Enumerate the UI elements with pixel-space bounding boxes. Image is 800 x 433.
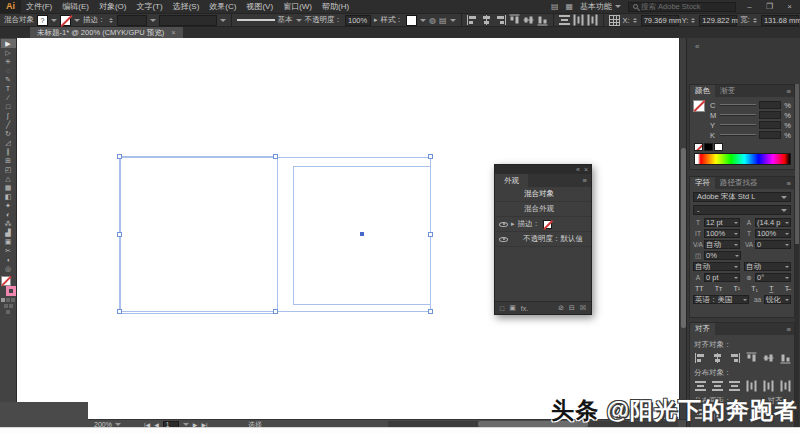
arrange-documents-icon[interactable]: ▤: [551, 2, 559, 11]
add-stroke-icon[interactable]: □: [500, 305, 504, 312]
width-stepper[interactable]: [753, 16, 758, 25]
distribute-left-icon[interactable]: [747, 381, 757, 392]
gradient-button[interactable]: [6, 298, 10, 302]
align-left-icon[interactable]: [467, 15, 478, 25]
menu-item[interactable]: 视图(V): [241, 0, 278, 13]
tab-appearance[interactable]: 外观: [495, 174, 528, 187]
vertical-scale-field[interactable]: IT100%: [693, 229, 740, 238]
small-caps-button[interactable]: Tт: [715, 285, 722, 292]
tool-icon[interactable]: ▶: [1, 39, 16, 48]
selection-handle[interactable]: [273, 154, 278, 159]
tab-pathfinder[interactable]: 路径查找器: [715, 177, 763, 189]
menu-item[interactable]: 选择(S): [168, 0, 205, 13]
opacity-field[interactable]: 100%: [345, 15, 371, 26]
baseline-shift-field[interactable]: A0 pt: [693, 273, 740, 282]
channel-value-field[interactable]: [759, 121, 781, 129]
menu-item[interactable]: 文字(T): [131, 0, 167, 13]
tab-align[interactable]: 对齐: [690, 323, 715, 335]
draw-normal-button[interactable]: [4, 304, 8, 308]
white-swatch[interactable]: [714, 143, 723, 151]
fill-swatch[interactable]: ?: [37, 15, 48, 26]
tool-icon[interactable]: ◌: [1, 66, 16, 75]
appearance-row-mixed[interactable]: 混合外观: [495, 202, 591, 217]
appearance-row-object[interactable]: 混合对象: [495, 187, 591, 202]
panel-drag-bar[interactable]: « ×: [495, 165, 591, 174]
panel-menu-icon[interactable]: ≡: [583, 176, 591, 185]
tool-icon[interactable]: ✎: [1, 75, 16, 84]
tool-icon[interactable]: ◧: [1, 192, 16, 201]
channel-slider[interactable]: [720, 134, 756, 136]
width-field[interactable]: 131.68 mm: [761, 15, 799, 26]
chevron-down-icon[interactable]: [450, 19, 456, 25]
all-caps-button[interactable]: TT: [695, 285, 704, 292]
add-effect-icon[interactable]: fx.: [521, 305, 528, 312]
tool-icon[interactable]: ⊞: [1, 156, 16, 165]
align-left-icon[interactable]: [695, 353, 706, 363]
align-center-icon[interactable]: [712, 353, 723, 363]
kerning-field[interactable]: V∕A自动: [693, 240, 740, 249]
clear-appearance-icon[interactable]: ⊘: [558, 304, 564, 312]
tool-icon[interactable]: ↻: [1, 129, 16, 138]
selection-handle[interactable]: [117, 154, 122, 159]
tool-icon[interactable]: ⁂: [1, 219, 16, 228]
menu-item[interactable]: 帮助(H): [317, 0, 354, 13]
fill-proxy-swatch[interactable]: [693, 100, 705, 112]
horizontal-scale-field[interactable]: T100%: [744, 229, 791, 238]
stroke-weight-field[interactable]: [117, 15, 147, 26]
tool-icon[interactable]: ▟: [1, 228, 16, 237]
recolor-artwork-icon[interactable]: ◍: [429, 16, 436, 25]
align-center-icon[interactable]: [481, 15, 492, 25]
character-rotation-field[interactable]: ⊕0°: [744, 273, 791, 282]
chevron-down-icon[interactable]: [420, 19, 426, 25]
align-right-icon[interactable]: [495, 15, 506, 25]
panel-close-icon[interactable]: ×: [584, 166, 588, 173]
tool-icon[interactable]: ∕: [1, 93, 16, 102]
tool-icon[interactable]: ✳: [1, 57, 16, 66]
tool-icon[interactable]: ╱: [1, 120, 16, 129]
stroke-weight-stepper[interactable]: [109, 16, 114, 25]
distribute-hcenter-icon[interactable]: [764, 381, 774, 392]
language-dropdown[interactable]: 英语：美国: [693, 295, 749, 304]
draw-behind-button[interactable]: [9, 304, 13, 308]
visibility-eye-icon[interactable]: [499, 237, 508, 242]
stroke-none-swatch[interactable]: [543, 220, 552, 229]
tool-icon[interactable]: ◿: [1, 138, 16, 147]
selection-handle[interactable]: [428, 309, 433, 314]
collapse-icon[interactable]: «: [576, 166, 580, 173]
aki-field[interactable]: ◫0%: [693, 251, 741, 260]
expand-arrow-icon[interactable]: ▸: [511, 220, 515, 228]
menu-item[interactable]: 文件(F): [21, 0, 57, 13]
opacity-panel-arrow[interactable]: ▸: [374, 16, 378, 24]
appearance-row-stroke[interactable]: ▸ 描边：: [495, 217, 591, 232]
x-field[interactable]: 79.369 mm: [641, 15, 679, 26]
stock-search-box[interactable]: 搜索 Adobe Stock: [628, 2, 736, 12]
tool-icon[interactable]: ∥: [1, 147, 16, 156]
duplicate-item-icon[interactable]: ⊟: [569, 304, 575, 312]
superscript-button[interactable]: T¹: [733, 285, 740, 292]
font-size-field[interactable]: T12 pt: [693, 218, 740, 227]
tool-icon[interactable]: ✂: [1, 246, 16, 255]
y-field[interactable]: 129.822 m: [699, 15, 737, 26]
tool-icon[interactable]: ▷: [1, 48, 16, 57]
panel-menu-icon[interactable]: ≡: [787, 87, 794, 96]
panel-menu-icon[interactable]: ≡: [787, 179, 794, 188]
transform-reference-icon[interactable]: [609, 15, 620, 26]
workspace-switcher[interactable]: 基本功能: [580, 1, 621, 12]
style-swatch[interactable]: [406, 15, 417, 26]
close-button[interactable]: ×: [783, 2, 796, 11]
none-swatch[interactable]: [694, 143, 703, 151]
menu-item[interactable]: 窗口(W): [278, 0, 317, 13]
scrollbar-thumb[interactable]: [795, 84, 799, 244]
layout-icon[interactable]: ▦: [565, 2, 573, 11]
fill-none-swatch[interactable]: [1, 276, 11, 286]
chevron-down-icon[interactable]: [51, 19, 57, 25]
selection-handle[interactable]: [428, 154, 433, 159]
tool-icon[interactable]: ▣: [1, 237, 16, 246]
add-fill-icon[interactable]: ▣: [509, 304, 516, 312]
distribute-vcenter-icon[interactable]: [712, 381, 723, 391]
align-top-icon[interactable]: [509, 15, 519, 26]
document-tab[interactable]: 未标题-1* @ 200% (CMYK/GPU 预览) ×: [30, 27, 183, 38]
tab-color[interactable]: 颜色: [690, 85, 715, 97]
menu-item[interactable]: 编辑(E): [57, 0, 94, 13]
width-profile-dropdown[interactable]: [159, 15, 217, 26]
